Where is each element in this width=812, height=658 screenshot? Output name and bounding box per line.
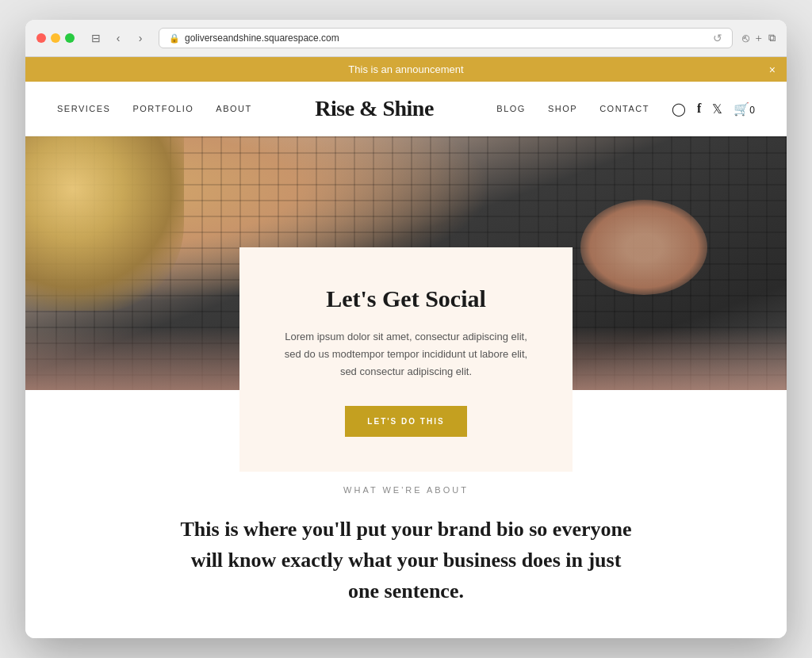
social-card-button[interactable]: LET'S DO THIS xyxy=(345,406,466,437)
nav-social-icons: ◯ f 𝕏 🛒0 xyxy=(672,101,755,117)
browser-chrome: ⊟ ‹ › 🔒 goliverseandshine.squarespace.co… xyxy=(25,20,787,57)
close-button[interactable] xyxy=(36,33,46,43)
fullscreen-button[interactable] xyxy=(65,33,75,43)
address-bar[interactable]: 🔒 goliverseandshine.squarespace.com ↺ xyxy=(159,28,733,48)
coffee-cup-image xyxy=(25,136,184,311)
nav-left: SERVICES PORTFOLIO ABOUT xyxy=(57,104,252,113)
cart-icon[interactable]: 🛒0 xyxy=(733,101,755,117)
browser-actions: ⎋ + ⧉ xyxy=(742,32,776,45)
browser-controls: ⊟ ‹ › xyxy=(87,29,149,47)
browser-window: ⊟ ‹ › 🔒 goliverseandshine.squarespace.co… xyxy=(25,20,787,638)
lock-icon: 🔒 xyxy=(169,33,180,44)
nav-link-shop[interactable]: SHOP xyxy=(548,104,577,113)
navigation: SERVICES PORTFOLIO ABOUT Rise & Shine BL… xyxy=(25,82,787,136)
hero-section: Let's Get Social Lorem ipsum dolor sit a… xyxy=(25,136,787,390)
about-label: WHAT WE'RE ABOUT xyxy=(57,485,755,495)
announcement-text: This is an announcement xyxy=(348,63,463,75)
nav-link-portfolio[interactable]: PORTFOLIO xyxy=(132,104,193,113)
twitter-icon[interactable]: 𝕏 xyxy=(712,101,722,117)
announcement-bar: This is an announcement × xyxy=(25,57,787,82)
social-card-body: Lorem ipsum dolor sit amet, consectur ad… xyxy=(279,328,533,381)
about-headline: This is where you'll put your brand bio … xyxy=(176,514,636,606)
share-icon[interactable]: ⎋ xyxy=(742,32,749,45)
nav-link-contact[interactable]: CONTACT xyxy=(599,104,649,113)
reload-icon[interactable]: ↺ xyxy=(713,32,722,44)
facebook-icon[interactable]: f xyxy=(697,101,701,116)
site-logo[interactable]: Rise & Shine xyxy=(315,96,434,121)
social-card-title: Let's Get Social xyxy=(279,285,533,312)
nav-link-blog[interactable]: BLOG xyxy=(496,104,526,113)
nav-link-about[interactable]: ABOUT xyxy=(216,104,251,113)
nav-right: BLOG SHOP CONTACT ◯ f 𝕏 🛒0 xyxy=(496,101,755,117)
back-button[interactable]: ‹ xyxy=(109,29,127,47)
nav-link-services[interactable]: SERVICES xyxy=(57,104,110,113)
forward-button[interactable]: › xyxy=(132,29,149,47)
duplicate-icon[interactable]: ⧉ xyxy=(768,32,776,45)
instagram-icon[interactable]: ◯ xyxy=(672,101,686,117)
minimize-button[interactable] xyxy=(51,33,60,43)
website-content: This is an announcement × SERVICES PORTF… xyxy=(25,57,787,638)
new-tab-icon[interactable]: + xyxy=(756,32,762,45)
sidebar-toggle-button[interactable]: ⊟ xyxy=(87,29,105,47)
traffic-lights xyxy=(36,33,75,43)
url-text: goliverseandshine.squarespace.com xyxy=(185,33,339,44)
announcement-close-button[interactable]: × xyxy=(769,63,776,76)
cart-count: 0 xyxy=(749,105,755,116)
hand-image xyxy=(580,200,707,295)
social-card: Let's Get Social Lorem ipsum dolor sit a… xyxy=(239,247,573,472)
